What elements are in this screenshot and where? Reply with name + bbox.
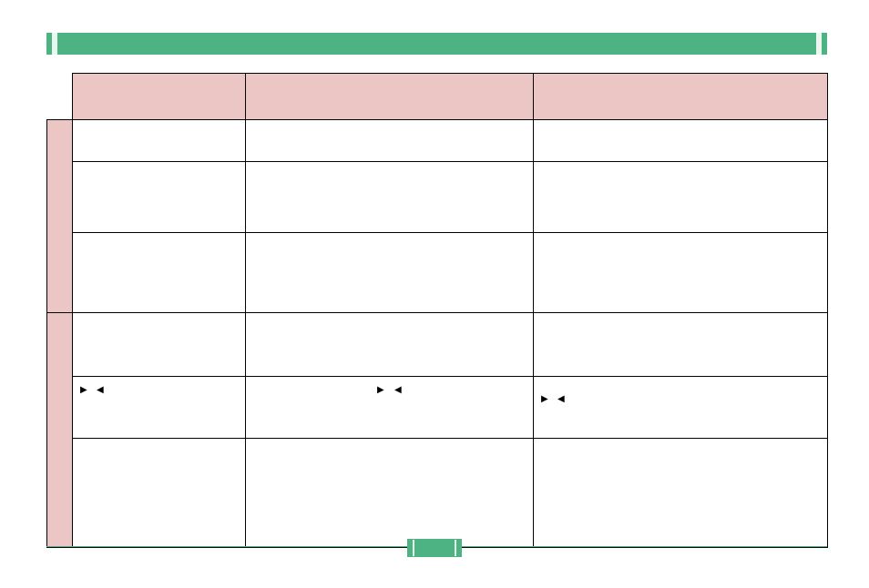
arrow-left-icon: ◀ bbox=[394, 383, 402, 395]
cell bbox=[73, 120, 246, 162]
cell bbox=[73, 233, 246, 313]
header-stub bbox=[47, 74, 73, 120]
table-row bbox=[47, 233, 828, 313]
comparison-table: ▶ ◀ ▶ ◀ ▶ ◀ bbox=[46, 73, 828, 548]
table-row bbox=[47, 120, 828, 162]
arrow-right-icon: ▶ bbox=[80, 383, 87, 395]
col-header-2 bbox=[246, 74, 534, 120]
cell bbox=[73, 313, 246, 377]
title-bar bbox=[46, 33, 827, 55]
col-header-3 bbox=[534, 74, 828, 120]
cell bbox=[73, 439, 246, 548]
cell bbox=[534, 162, 828, 233]
cell bbox=[534, 120, 828, 162]
cell: ▶ ◀ bbox=[73, 377, 246, 439]
table-row bbox=[47, 439, 828, 548]
cell bbox=[246, 439, 534, 548]
cell bbox=[73, 162, 246, 233]
cell: ▶ ◀ bbox=[534, 377, 828, 439]
cell bbox=[246, 233, 534, 313]
header-row bbox=[47, 74, 828, 120]
arrow-right-icon: ▶ bbox=[377, 383, 384, 395]
table-row bbox=[47, 162, 828, 233]
page-number-badge bbox=[407, 539, 462, 557]
cell bbox=[534, 313, 828, 377]
cell bbox=[246, 313, 534, 377]
cell bbox=[534, 233, 828, 313]
arrow-left-icon: ◀ bbox=[97, 383, 104, 395]
cell: ▶ ◀ bbox=[246, 377, 534, 439]
cell bbox=[534, 439, 828, 548]
arrow-left-icon: ◀ bbox=[557, 392, 565, 404]
arrow-right-icon: ▶ bbox=[541, 392, 548, 404]
table-row: ▶ ◀ ▶ ◀ ▶ ◀ bbox=[47, 377, 828, 439]
cell bbox=[246, 120, 534, 162]
row-group-2 bbox=[47, 313, 73, 548]
col-header-1 bbox=[73, 74, 246, 120]
table-row bbox=[47, 313, 828, 377]
comparison-table-container: ▶ ◀ ▶ ◀ ▶ ◀ bbox=[46, 73, 827, 548]
row-group-1 bbox=[47, 120, 73, 313]
cell bbox=[246, 162, 534, 233]
page: ▶ ◀ ▶ ◀ ▶ ◀ bbox=[0, 0, 869, 588]
